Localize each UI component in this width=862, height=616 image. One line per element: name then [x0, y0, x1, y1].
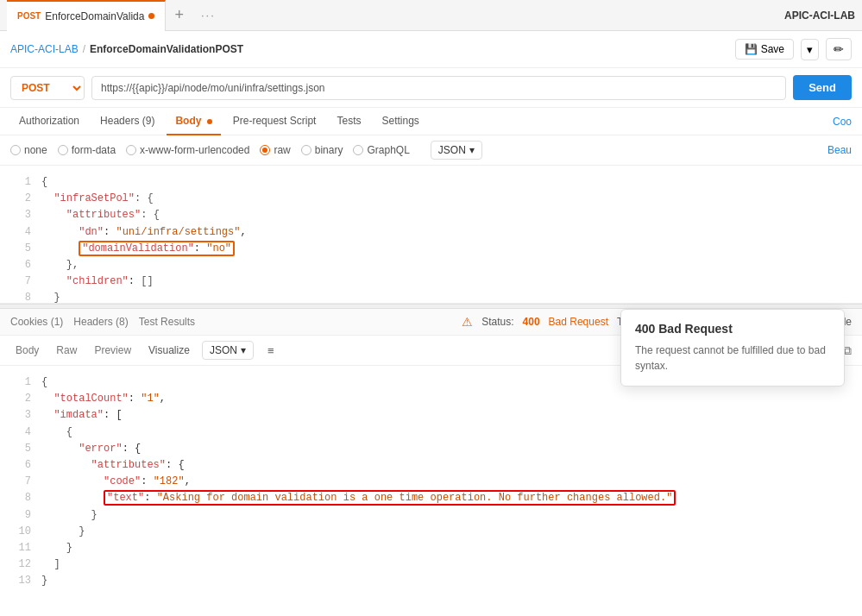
resp-code-line: 12 ]	[0, 556, 862, 573]
resp-code-line: 10 }	[0, 524, 862, 540]
more-tabs-button[interactable]: ···	[192, 9, 224, 22]
highlighted-code-line: 5 "domainValidation": "no"	[0, 241, 862, 257]
radio-formdata	[58, 145, 68, 155]
tooltip-title: 400 Bad Request	[635, 322, 830, 336]
resp-code-line: 6 "attributes": {	[0, 457, 862, 474]
workspace-label: APIC-ACI-LAB	[784, 9, 855, 22]
tab-settings[interactable]: Settings	[373, 108, 427, 135]
edit-icon: ✏	[834, 42, 844, 56]
resp-code-line: 9 }	[0, 507, 862, 524]
body-tab-dot	[207, 119, 212, 124]
body-type-binary[interactable]: binary	[301, 144, 343, 156]
resp-tab-test-results[interactable]: Test Results	[139, 314, 195, 330]
active-tab[interactable]: POST EnforceDomainValida	[7, 0, 166, 31]
resp-code-line: 7 "code": "182",	[0, 474, 862, 490]
tooltip-popup: 400 Bad Request The request cannot be fu…	[620, 309, 845, 387]
radio-none	[10, 145, 21, 155]
save-button[interactable]: 💾 Save	[735, 39, 794, 60]
breadcrumb: APIC-ACI-LAB / EnforceDomainValidationPO…	[0, 31, 862, 68]
url-bar: POST GET PUT DELETE Send	[0, 68, 862, 108]
save-icon: 💾	[745, 43, 758, 55]
code-line: 6 },	[0, 257, 862, 273]
status-code: 400	[523, 316, 540, 328]
chevron-down-icon: ▾	[807, 43, 813, 56]
resp-code-line: 5 "error": {	[0, 441, 862, 457]
format-chevron: ▾	[469, 144, 475, 156]
code-line: 8 }	[0, 290, 862, 304]
body-type-formdata-label: form-data	[72, 144, 116, 156]
send-button[interactable]: Send	[793, 75, 852, 100]
body-type-graphql-label: GraphQL	[367, 144, 409, 156]
radio-urlencoded	[126, 145, 136, 155]
save-dropdown-button[interactable]: ▾	[801, 39, 819, 60]
resp-view-preview[interactable]: Preview	[89, 342, 136, 359]
code-line: 2 "infraSetPol": {	[0, 191, 862, 207]
beautify-label[interactable]: Beau	[827, 144, 852, 156]
resp-code-line: 2 "totalCount": "1",	[0, 391, 862, 407]
breadcrumb-actions: 💾 Save ▾ ✏	[735, 38, 852, 60]
tab-method: POST	[17, 11, 41, 21]
body-type-none-label: none	[24, 144, 47, 156]
tab-name: EnforceDomainValida	[45, 10, 144, 22]
tab-authorization[interactable]: Authorization	[10, 108, 88, 135]
resp-tab-cookies[interactable]: Cookies (1)	[10, 314, 63, 330]
resp-view-raw[interactable]: Raw	[51, 342, 82, 359]
code-line: 3 "attributes": {	[0, 207, 862, 223]
tab-tests[interactable]: Tests	[328, 108, 369, 135]
resp-tab-headers[interactable]: Headers (8)	[73, 314, 128, 330]
filter-icon[interactable]: ≡	[267, 344, 274, 357]
save-label: Save	[761, 43, 784, 55]
tab-dot	[148, 13, 154, 19]
status-desc: Bad Request	[549, 316, 608, 328]
body-type-binary-label: binary	[315, 144, 343, 156]
breadcrumb-current: EnforceDomainValidationPOST	[90, 43, 243, 55]
resp-code-line: 13 }	[0, 573, 862, 589]
body-type-raw[interactable]: raw	[260, 144, 290, 156]
tab-headers[interactable]: Headers (9)	[91, 108, 163, 135]
status-label: Status:	[481, 316, 513, 328]
cookies-label[interactable]: Coo	[833, 116, 852, 128]
request-body-editor[interactable]: 1 { 2 "infraSetPol": { 3 "attributes": {…	[0, 166, 862, 304]
response-body-viewer: 1 { 2 "totalCount": "1", 3 "imdata": [ 4…	[0, 366, 862, 598]
breadcrumb-parent[interactable]: APIC-ACI-LAB	[10, 43, 79, 55]
code-line: 7 "children": []	[0, 273, 862, 290]
resp-format-chevron: ▾	[241, 344, 246, 356]
tab-body[interactable]: Body	[167, 108, 220, 135]
method-select[interactable]: POST GET PUT DELETE	[10, 76, 85, 100]
body-type-raw-label: raw	[274, 144, 290, 156]
radio-raw	[260, 145, 270, 155]
format-label: JSON	[438, 144, 466, 156]
resp-highlighted-line: 8 "text": "Asking for domain validation …	[0, 490, 862, 506]
resp-format-select[interactable]: JSON ▾	[202, 341, 254, 360]
add-tab-button[interactable]: +	[166, 6, 192, 24]
resp-format-label: JSON	[210, 344, 237, 356]
body-type-graphql[interactable]: GraphQL	[353, 144, 409, 156]
tab-pre-request[interactable]: Pre-request Script	[224, 108, 325, 135]
body-type-urlencoded-label: x-www-form-urlencoded	[140, 144, 249, 156]
code-line: 4 "dn": "uni/infra/settings",	[0, 224, 862, 241]
body-type-bar: none form-data x-www-form-urlencoded raw…	[0, 135, 862, 166]
edit-button[interactable]: ✏	[826, 38, 852, 60]
resp-code-line: 4 {	[0, 424, 862, 441]
tooltip-desc: The request cannot be fulfilled due to b…	[635, 343, 830, 374]
response-section: Cookies (1) Headers (8) Test Results ⚠ S…	[0, 309, 862, 598]
url-input[interactable]	[91, 76, 786, 100]
radio-binary	[301, 145, 311, 155]
tab-bar: POST EnforceDomainValida + ··· APIC-ACI-…	[0, 0, 862, 31]
body-type-none[interactable]: none	[10, 144, 47, 156]
status-icon: ⚠	[462, 315, 473, 329]
body-type-formdata[interactable]: form-data	[58, 144, 116, 156]
body-type-urlencoded[interactable]: x-www-form-urlencoded	[126, 144, 249, 156]
resp-code-line: 3 "imdata": [	[0, 407, 862, 424]
breadcrumb-separator: /	[83, 43, 85, 55]
format-select[interactable]: JSON ▾	[431, 141, 482, 160]
radio-graphql	[353, 145, 363, 155]
resp-view-visualize[interactable]: Visualize	[143, 342, 195, 359]
resp-code-line: 11 }	[0, 540, 862, 556]
resp-view-body[interactable]: Body	[10, 342, 44, 359]
request-tabs-nav: Authorization Headers (9) Body Pre-reque…	[0, 108, 862, 135]
code-line: 1 {	[0, 174, 862, 191]
